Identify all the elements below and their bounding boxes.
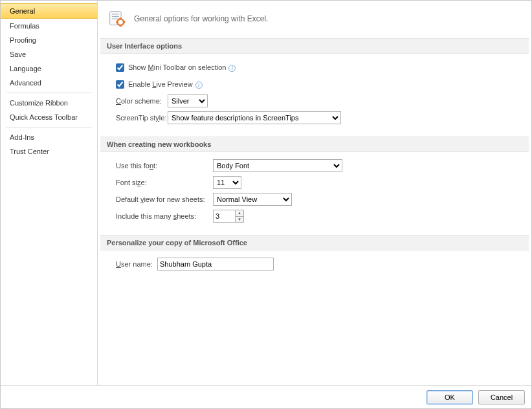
section-header-ui: User Interface options	[100, 38, 529, 54]
mini-toolbar-text: Show Mini Toolbar on selectioni	[128, 63, 236, 72]
live-preview-checkbox-label[interactable]: Enable Live Previewi	[116, 80, 203, 89]
page-title: General options for working with Excel.	[134, 14, 268, 23]
section-body-newwb: Use this font: Body Font Font size: 11 D…	[98, 159, 531, 235]
dialog-footer: OK Cancel	[1, 385, 531, 408]
sidebar-item-general[interactable]: General	[1, 3, 97, 19]
sidebar-item-advanced[interactable]: Advanced	[1, 76, 97, 90]
section-header-newwb: When creating new workbooks	[100, 137, 529, 152]
default-view-select[interactable]: Normal View	[213, 193, 292, 206]
info-icon: i	[195, 82, 203, 89]
sidebar-item-proofing[interactable]: Proofing	[1, 33, 97, 47]
mini-toolbar-checkbox[interactable]	[116, 63, 124, 72]
sheets-count-spinner[interactable]: ▲ ▼	[213, 210, 244, 223]
svg-rect-7	[120, 25, 122, 27]
font-size-label: Font size:	[116, 179, 213, 186]
ok-button[interactable]: OK	[427, 390, 473, 404]
screentip-style-label: ScreenTip style:	[116, 114, 168, 122]
sheets-count-label: Include this many sheets:	[116, 212, 213, 220]
sidebar-item-formulas[interactable]: Formulas	[1, 19, 97, 33]
sidebar-item-trust-center[interactable]: Trust Center	[1, 144, 97, 159]
sidebar-separator	[6, 127, 92, 127]
mini-toolbar-checkbox-label[interactable]: Show Mini Toolbar on selectioni	[116, 63, 236, 72]
sheets-count-up[interactable]: ▲	[236, 210, 243, 217]
page-header: General options for working with Excel.	[98, 1, 531, 38]
sheets-count-down[interactable]: ▼	[236, 217, 243, 223]
sidebar: General Formulas Proofing Save Language …	[1, 1, 98, 385]
svg-point-5	[118, 20, 123, 25]
general-options-icon	[108, 10, 126, 28]
info-icon: i	[228, 65, 236, 72]
font-size-select[interactable]: 11	[213, 176, 241, 189]
username-label: User name:	[116, 260, 157, 268]
color-scheme-select[interactable]: Silver	[168, 94, 208, 107]
username-input[interactable]	[157, 258, 274, 271]
live-preview-text: Enable Live Previewi	[128, 80, 203, 89]
dialog-body: General Formulas Proofing Save Language …	[1, 1, 531, 385]
section-body-ui: Show Mini Toolbar on selectioni Enable L…	[98, 60, 531, 137]
svg-rect-9	[124, 21, 126, 24]
sidebar-item-add-ins[interactable]: Add-Ins	[1, 130, 97, 144]
svg-rect-6	[120, 17, 122, 19]
sidebar-item-customize-ribbon[interactable]: Customize Ribbon	[1, 96, 97, 110]
cancel-button[interactable]: Cancel	[478, 390, 525, 404]
sheets-count-input[interactable]	[213, 210, 235, 223]
section-header-personalize: Personalize your copy of Microsoft Offic…	[100, 235, 529, 250]
sidebar-item-language[interactable]: Language	[1, 61, 97, 76]
screentip-style-select[interactable]: Show feature descriptions in ScreenTips	[168, 111, 341, 124]
sidebar-item-quick-access-toolbar[interactable]: Quick Access Toolbar	[1, 110, 97, 124]
section-body-personalize: User name:	[98, 257, 531, 283]
live-preview-checkbox[interactable]	[116, 80, 124, 89]
use-font-select[interactable]: Body Font	[213, 159, 342, 172]
svg-rect-8	[116, 21, 118, 24]
options-dialog: General Formulas Proofing Save Language …	[0, 0, 532, 409]
sidebar-item-save[interactable]: Save	[1, 47, 97, 61]
content-panel: General options for working with Excel. …	[98, 1, 531, 385]
use-font-label: Use this font:	[116, 162, 213, 170]
color-scheme-label: Color scheme:	[116, 97, 168, 105]
default-view-label: Default view for new sheets:	[116, 195, 213, 203]
sidebar-separator	[6, 93, 92, 93]
